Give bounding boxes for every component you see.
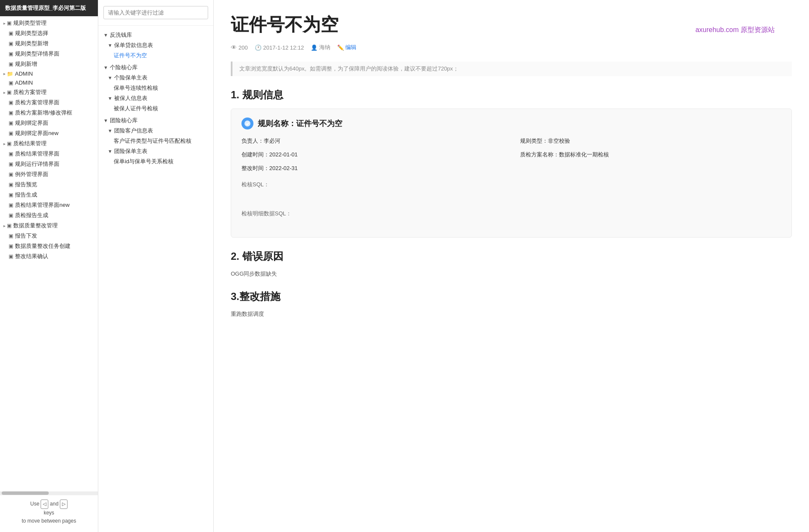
sidebar-scrollbar-thumb[interactable] xyxy=(2,491,49,495)
mtree-label: 客户证件类型与证件号匹配检核 xyxy=(114,137,208,145)
sidebar-item-quality-result-new[interactable]: ▣ 质检结果管理界面new xyxy=(0,200,98,210)
doc-icon: ▣ xyxy=(9,253,13,259)
content-meta: 👁 200 🕐 2017-1-12 12:12 👤 海纳 ✏️ 编辑 xyxy=(231,44,792,51)
notice-block: 文章浏览宽度默认为640px。如需调整，为了保障用户的阅读体验，建议不要超过72… xyxy=(231,62,792,76)
sidebar-item-label: 例外管理界面 xyxy=(15,170,48,178)
rule-field-type: 规则类型：非空校验 xyxy=(520,137,782,145)
edit-link[interactable]: ✏️ 编辑 xyxy=(337,44,356,51)
mtree-item-gejian-baodanlist[interactable]: ▼ 个险保单主表 xyxy=(102,73,210,83)
arrow-icon: ▸ xyxy=(3,141,6,146)
arrow-icon: ▸ xyxy=(3,223,6,228)
doc-icon: ▣ xyxy=(7,89,12,95)
sidebar-item-admin-folder[interactable]: ▸ 📁 ADMIN xyxy=(0,69,98,78)
expand-icon: ▼ xyxy=(103,118,108,123)
mtree-item-fanxiqian[interactable]: ▼ 反洗钱库 xyxy=(102,30,210,40)
sidebar-item-label: 质检结果管理界面new xyxy=(15,201,70,209)
rule-icon xyxy=(241,118,253,129)
sidebar-item-rule-run-detail[interactable]: ▣ 规则运行详情界面 xyxy=(0,159,98,169)
doc-icon: ▣ xyxy=(9,243,13,249)
tree-panel[interactable]: ▼ 反洗钱库 ▼ 保单贷款信息表 证件号不为空 ▼ 个险核心库 ▼ 个险保单主表… xyxy=(98,26,213,532)
rule-field-modify-time: 整改时间：2022-02-31 xyxy=(241,165,503,172)
mtree-item-baodanid-check[interactable]: 保单id与保单号关系检核 xyxy=(102,156,210,167)
sidebar-item-report-generate[interactable]: ▣ 报告生成 xyxy=(0,190,98,200)
doc-icon: ▣ xyxy=(9,212,13,218)
arrow-icon: ▸ xyxy=(3,21,6,26)
circle-icon xyxy=(244,120,251,127)
sidebar-item-rule-type-detail[interactable]: ▣ 规则类型详情界面 xyxy=(0,49,98,59)
sidebar-item-label: 质检结果管理 xyxy=(13,140,47,147)
mtree-item-baodanhao-check[interactable]: 保单号连续性检核 xyxy=(102,83,210,93)
edit-meta[interactable]: ✏️ 编辑 xyxy=(337,44,356,51)
folder-icon: 📁 xyxy=(7,71,13,77)
footer-and-text: and xyxy=(50,501,59,507)
sidebar-item-rule-type-add[interactable]: ▣ 规则类型新增 xyxy=(0,38,98,49)
doc-icon: ▣ xyxy=(9,151,13,157)
search-input[interactable] xyxy=(103,6,208,19)
sidebar-item-quality-plan-new[interactable]: ▣ 质检方案新增/修改弹框 xyxy=(0,108,98,118)
eye-icon: 👁 xyxy=(231,44,237,51)
mtree-item-baoren-zhengjian-check[interactable]: 被保人证件号检核 xyxy=(102,103,210,114)
check-sql-label: 检核SQL： xyxy=(241,181,781,188)
rule-grid: 负责人：李必河 规则类型：非空校验 创建时间：2022-01-01 质检方案名称… xyxy=(241,137,781,175)
sidebar-item-report-preview[interactable]: ▣ 报告预览 xyxy=(0,179,98,190)
plan-name-value: 质检方案名称：数据标准化一期检核 xyxy=(520,151,609,158)
mtree-label: 保单贷款信息表 xyxy=(114,41,208,49)
sidebar-item-quality-task-create[interactable]: ▣ 数据质量整改任务创建 xyxy=(0,241,98,251)
mtree-item-zhengjian-not-null[interactable]: 证件号不为空 xyxy=(102,50,210,61)
sidebar-tree[interactable]: ▸ ▣ 规则类型管理 ▣ 规则类型选择 ▣ 规则类型新增 ▣ 规则类型详情界面 … xyxy=(0,16,98,491)
sidebar-item-quality-plan-mgmt[interactable]: ▸ ▣ 质检方案管理 xyxy=(0,87,98,97)
mtree-label: 团险客户信息表 xyxy=(114,127,208,135)
mtree-label: 个险核心库 xyxy=(110,64,208,71)
rule-card: 规则名称：证件号不为空 负责人：李必河 规则类型：非空校验 创建时间：2022-… xyxy=(231,109,792,238)
section3-title: 3.整改措施 xyxy=(231,290,792,303)
sidebar-item-rule-bind[interactable]: ▣ 规则绑定界面 xyxy=(0,118,98,128)
mtree-item-gejian-core[interactable]: ▼ 个险核心库 xyxy=(102,62,210,73)
sidebar-item-admin-page[interactable]: ▣ ADMIN xyxy=(0,78,98,87)
mtree-item-tuanxian-baodanlist[interactable]: ▼ 团险保单主表 xyxy=(102,146,210,156)
sidebar-item-label: 整改结果确认 xyxy=(15,253,48,260)
sidebar-item-quality-report-generate[interactable]: ▣ 质检报告生成 xyxy=(0,210,98,220)
mtree-item-baodankuan[interactable]: ▼ 保单贷款信息表 xyxy=(102,40,210,50)
views-meta: 👁 200 xyxy=(231,44,248,51)
sidebar-item-rule-type-mgmt[interactable]: ▸ ▣ 规则类型管理 xyxy=(0,18,98,28)
section2-title: 2. 错误原因 xyxy=(231,250,792,263)
remedy-section: 3.整改措施 重跑数据调度 xyxy=(231,290,792,318)
sidebar-item-quality-result-interface[interactable]: ▣ 质检结果管理界面 xyxy=(0,149,98,159)
author-name: 海纳 xyxy=(319,44,330,51)
mtree-label: 被保人信息表 xyxy=(114,94,208,102)
sidebar-item-label: 数据质量整改管理 xyxy=(13,222,58,229)
sidebar-horizontal-scrollbar[interactable] xyxy=(0,491,98,495)
error-section: 2. 错误原因 OGG同步数据缺失 xyxy=(231,250,792,278)
sidebar-item-report-issue[interactable]: ▣ 报告下发 xyxy=(0,231,98,241)
sidebar-item-label: 规则类型管理 xyxy=(13,19,47,27)
rule-card-title: 规则名称：证件号不为空 xyxy=(258,118,342,129)
right-key-icon: ▷ xyxy=(60,500,68,509)
detail-sql-label: 检核明细数据SQL： xyxy=(241,210,781,218)
sidebar-item-rule-add[interactable]: ▣ 规则新增 xyxy=(0,59,98,69)
tree-group-gejian: ▼ 个险核心库 ▼ 个险保单主表 保单号连续性检核 ▼ 被保人信息表 被保人证件… xyxy=(102,62,210,114)
modify-time-value: 整改时间：2022-02-31 xyxy=(241,165,298,171)
sidebar-item-rectify-confirm[interactable]: ▣ 整改结果确认 xyxy=(0,251,98,262)
mtree-label: 个险保单主表 xyxy=(114,74,208,82)
sidebar-item-label: 报告预览 xyxy=(15,181,37,188)
doc-icon: ▣ xyxy=(9,61,13,67)
sidebar-item-data-quality-rectify[interactable]: ▸ ▣ 数据质量整改管理 xyxy=(0,220,98,231)
date-meta: 🕐 2017-1-12 12:12 xyxy=(255,44,304,51)
doc-icon: ▣ xyxy=(9,80,13,86)
sidebar-item-exception-mgmt[interactable]: ▣ 例外管理界面 xyxy=(0,169,98,179)
expand-icon: ▼ xyxy=(108,96,112,101)
sidebar-item-rule-type-select[interactable]: ▣ 规则类型选择 xyxy=(0,28,98,38)
notice-text: 文章浏览宽度默认为640px。如需调整，为了保障用户的阅读体验，建议不要超过72… xyxy=(239,65,459,72)
expand-icon: ▼ xyxy=(103,32,108,38)
sidebar-item-quality-result-mgmt[interactable]: ▸ ▣ 质检结果管理 xyxy=(0,138,98,149)
sidebar-item-rule-bind-new[interactable]: ▣ 规则绑定界面new xyxy=(0,128,98,138)
mtree-item-customer-zhengjian-match[interactable]: 客户证件类型与证件号匹配检核 xyxy=(102,136,210,146)
mtree-item-tuanxian-core[interactable]: ▼ 团险核心库 xyxy=(102,115,210,126)
mtree-item-baoreninfo[interactable]: ▼ 被保人信息表 xyxy=(102,93,210,103)
user-icon: 👤 xyxy=(311,44,318,51)
sidebar-item-label: 质检方案新增/修改弹框 xyxy=(15,109,72,117)
sidebar-item-quality-plan-interface[interactable]: ▣ 质检方案管理界面 xyxy=(0,97,98,108)
mtree-item-tuanxian-customer[interactable]: ▼ 团险客户信息表 xyxy=(102,126,210,136)
responsible-value: 负责人：李必河 xyxy=(241,138,280,144)
sidebar-item-label: 质检结果管理界面 xyxy=(15,150,59,158)
